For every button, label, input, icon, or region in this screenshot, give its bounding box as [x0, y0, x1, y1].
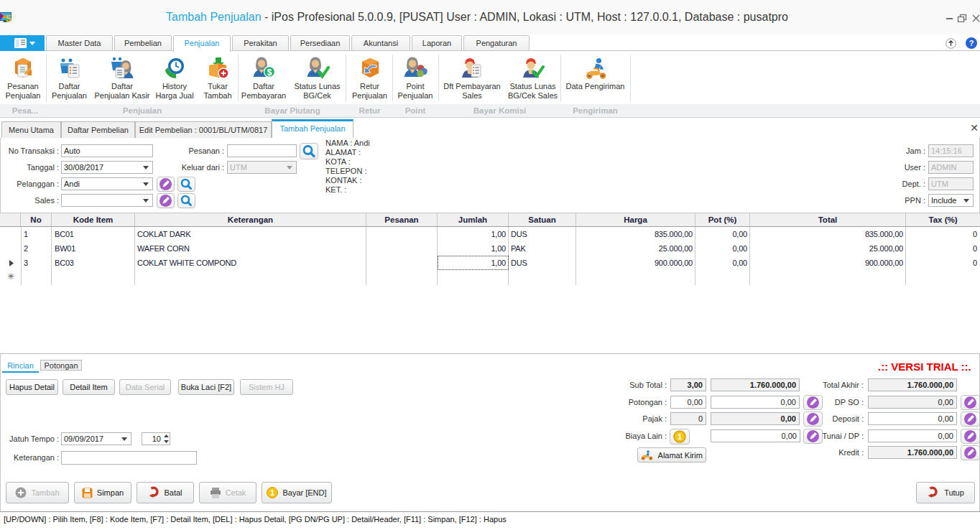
svg-text:?: ?	[969, 39, 974, 47]
svg-text:1: 1	[270, 488, 274, 497]
svg-text:$: $	[267, 68, 272, 78]
svg-text:1: 1	[678, 432, 682, 441]
